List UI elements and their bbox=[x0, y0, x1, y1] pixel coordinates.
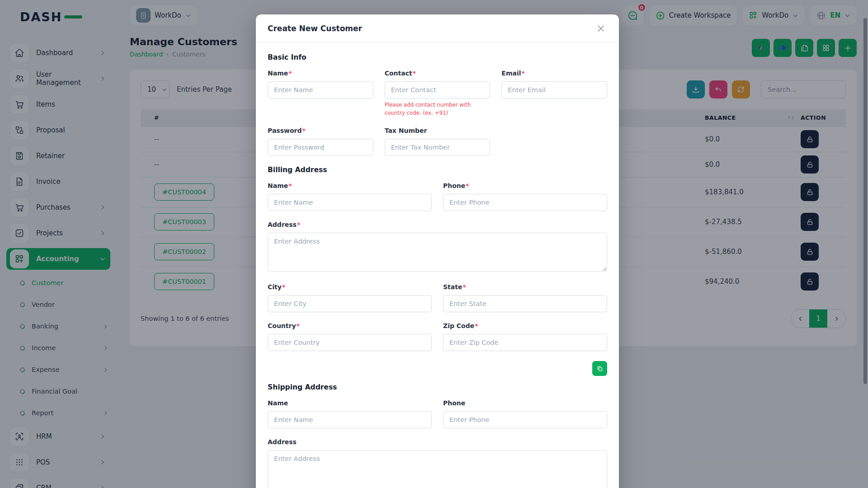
field-billing-city: City* bbox=[268, 283, 432, 312]
password-input[interactable] bbox=[268, 139, 373, 156]
shipping-address-textarea[interactable] bbox=[268, 450, 607, 488]
field-billing-name: Name* bbox=[268, 182, 432, 211]
required-mark: * bbox=[297, 221, 300, 228]
shipping-name-input[interactable] bbox=[268, 411, 432, 428]
required-mark: * bbox=[413, 70, 416, 77]
close-icon bbox=[596, 24, 605, 33]
close-button[interactable] bbox=[594, 22, 607, 35]
field-billing-phone: Phone* bbox=[443, 182, 607, 211]
email-input[interactable] bbox=[501, 81, 607, 99]
field-shipping-address: Address bbox=[268, 438, 607, 488]
modal-header: Create New Customer bbox=[256, 14, 619, 42]
field-tax-number: Tax Number bbox=[385, 127, 491, 156]
billing-city-input[interactable] bbox=[268, 295, 432, 312]
required-mark: * bbox=[475, 322, 478, 329]
field-billing-state: State* bbox=[443, 283, 607, 312]
shipping-phone-input[interactable] bbox=[443, 411, 607, 428]
billing-address-textarea[interactable] bbox=[268, 233, 607, 272]
field-billing-address: Address* bbox=[268, 221, 607, 273]
required-mark: * bbox=[466, 182, 469, 189]
create-customer-modal: Create New Customer Basic Info Name* Con… bbox=[256, 14, 619, 488]
field-shipping-name: Name bbox=[268, 399, 432, 428]
required-mark: * bbox=[282, 283, 285, 291]
app-root: DASH Dashboard User Management Items Pro… bbox=[0, 0, 868, 488]
field-email: Email* bbox=[501, 70, 607, 117]
field-name: Name* bbox=[268, 70, 373, 117]
billing-name-input[interactable] bbox=[268, 194, 432, 211]
modal-title: Create New Customer bbox=[268, 24, 362, 33]
billing-state-input[interactable] bbox=[443, 295, 607, 312]
section-shipping-address: Shipping Address bbox=[268, 383, 607, 391]
required-mark: * bbox=[302, 127, 305, 134]
field-shipping-phone: Phone bbox=[443, 399, 607, 428]
required-mark: * bbox=[288, 182, 292, 189]
required-mark: * bbox=[297, 322, 300, 329]
required-mark: * bbox=[288, 70, 292, 77]
billing-phone-input[interactable] bbox=[443, 194, 607, 211]
name-input[interactable] bbox=[268, 81, 373, 99]
section-billing-address: Billing Address bbox=[268, 166, 607, 174]
required-mark: * bbox=[462, 283, 466, 291]
section-basic-info: Basic Info bbox=[268, 53, 607, 61]
field-billing-country: Country* bbox=[268, 322, 432, 351]
billing-country-input[interactable] bbox=[268, 334, 432, 351]
field-contact: Contact* Please add contact number with … bbox=[385, 70, 491, 117]
tax-number-input[interactable] bbox=[385, 139, 491, 156]
field-password: Password* bbox=[268, 127, 373, 156]
field-billing-zip: Zip Code* bbox=[443, 322, 607, 351]
copy-icon bbox=[596, 365, 603, 372]
contact-input[interactable] bbox=[385, 81, 491, 99]
copy-billing-to-shipping-button[interactable] bbox=[592, 361, 607, 376]
contact-hint: Please add contact number with country c… bbox=[385, 101, 491, 117]
required-mark: * bbox=[522, 70, 525, 77]
modal-body: Basic Info Name* Contact* Please add con… bbox=[256, 42, 619, 488]
billing-zip-input[interactable] bbox=[443, 334, 607, 351]
